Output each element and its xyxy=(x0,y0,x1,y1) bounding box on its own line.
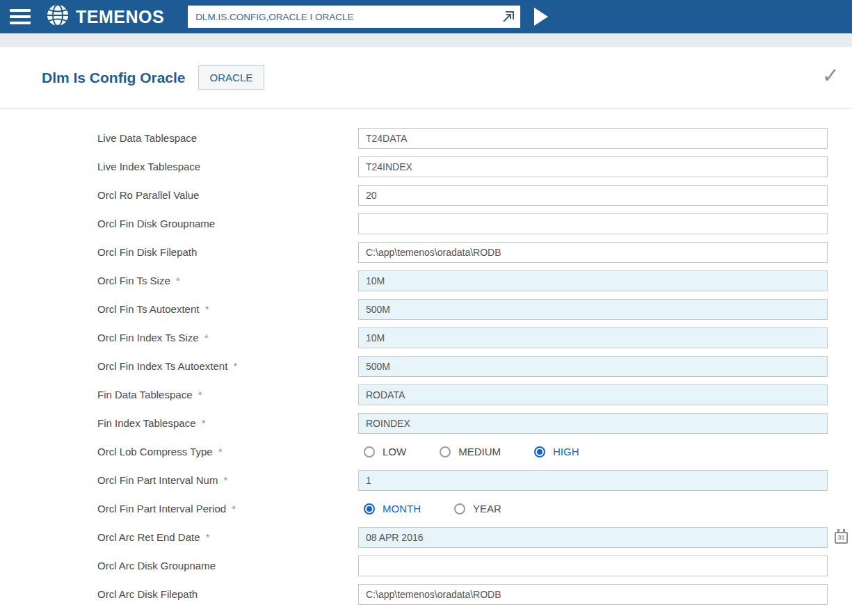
form-row: Orcl Fin Disk Groupname xyxy=(0,209,852,238)
orcl-fin-part-interval-num-input[interactable] xyxy=(358,470,828,491)
form-row: Orcl Fin Ts Size * xyxy=(0,266,852,295)
orcl-fin-index-ts-size-label: Orcl Fin Index Ts Size * xyxy=(97,332,358,343)
required-asterisk: * xyxy=(220,474,227,486)
orcl-fin-part-interval-period-option-month[interactable]: MONTH xyxy=(364,503,421,514)
orcl-fin-disk-groupname-label: Orcl Fin Disk Groupname xyxy=(97,218,358,229)
orcl-fin-part-interval-period-label: Orcl Fin Part Interval Period * xyxy=(97,503,358,514)
form-row: Orcl Fin Disk Filepath xyxy=(0,238,852,266)
required-asterisk: * xyxy=(216,446,223,457)
form-row: Orcl Lob Compress Type *LOWMEDIUMHIGH xyxy=(0,437,852,466)
form-row: Orcl Fin Index Ts Autoextent * xyxy=(0,352,852,380)
fin-data-tablespace-label: Fin Data Tablespace * xyxy=(97,389,358,400)
calendar-day-number: 31 xyxy=(836,533,846,542)
live-index-tablespace-input[interactable] xyxy=(358,156,828,177)
field-control xyxy=(358,128,828,149)
orcl-fin-ts-size-label: Orcl Fin Ts Size * xyxy=(97,275,358,286)
fin-index-tablespace-label: Fin Index Tablespace * xyxy=(97,417,358,429)
field-control xyxy=(358,384,828,405)
validate-check-icon[interactable]: ✓ xyxy=(822,65,839,86)
radio-unselected-icon[interactable] xyxy=(454,503,465,514)
radio-label: YEAR xyxy=(473,503,501,514)
main-content: Dlm Is Config Oracle ORACLE ✓ Live Data … xyxy=(0,47,852,615)
orcl-fin-part-interval-period-option-year[interactable]: YEAR xyxy=(454,503,501,514)
top-bar: TEMENOS xyxy=(0,0,852,33)
form-row: Orcl Fin Index Ts Size * xyxy=(0,323,852,352)
orcl-lob-compress-type-option-high[interactable]: HIGH xyxy=(534,446,579,457)
field-control xyxy=(358,470,828,491)
orcl-lob-compress-type-option-low[interactable]: LOW xyxy=(364,446,406,457)
form-row: Orcl Arc Disk Filepath xyxy=(0,580,852,608)
field-control xyxy=(358,185,828,206)
fin-index-tablespace-input[interactable] xyxy=(358,413,828,434)
radio-unselected-icon[interactable] xyxy=(440,446,451,457)
field-control: 31 xyxy=(358,527,828,548)
radio-unselected-icon[interactable] xyxy=(364,446,375,457)
calendar-icon[interactable]: 31 xyxy=(835,532,848,544)
orcl-fin-disk-filepath-label: Orcl Fin Disk Filepath xyxy=(97,246,358,258)
form-row: Orcl Fin Ts Autoextent * xyxy=(0,295,852,323)
required-asterisk: * xyxy=(203,531,210,543)
menu-icon[interactable] xyxy=(10,9,31,24)
field-control xyxy=(358,242,828,263)
field-control xyxy=(358,327,828,348)
temenos-logo: TEMENOS xyxy=(46,3,164,30)
field-control xyxy=(358,556,828,576)
form-row: Live Index Tablespace xyxy=(0,152,852,181)
run-button[interactable] xyxy=(534,8,548,26)
fin-data-tablespace-input[interactable] xyxy=(358,384,828,405)
form-row: Orcl Ro Parallel Value xyxy=(0,181,852,209)
orcl-lob-compress-type-option-medium[interactable]: MEDIUM xyxy=(440,446,501,457)
required-asterisk: * xyxy=(195,389,202,400)
orcl-fin-disk-filepath-input[interactable] xyxy=(358,242,828,263)
field-control xyxy=(358,356,828,377)
radio-label: MEDIUM xyxy=(458,446,501,457)
orcl-lob-compress-type-label: Orcl Lob Compress Type * xyxy=(97,446,358,457)
orcl-fin-index-ts-autoextent-label: Orcl Fin Index Ts Autoextent * xyxy=(97,360,358,372)
required-asterisk: * xyxy=(229,503,236,514)
orcl-fin-ts-size-input[interactable] xyxy=(358,270,828,291)
brand-text: TEMENOS xyxy=(76,7,164,27)
page-title: Dlm Is Config Oracle xyxy=(42,70,186,86)
orcl-arc-disk-filepath-input[interactable] xyxy=(358,584,828,605)
required-asterisk: * xyxy=(230,360,237,372)
orcl-arc-disk-filepath-label: Orcl Arc Disk Filepath xyxy=(97,588,358,600)
orcl-fin-index-ts-autoextent-input[interactable] xyxy=(358,356,828,377)
radio-label: LOW xyxy=(383,446,406,457)
orcl-arc-ret-end-date-input[interactable] xyxy=(358,527,828,548)
orcl-fin-disk-groupname-input[interactable] xyxy=(358,213,828,234)
orcl-arc-disk-groupname-input[interactable] xyxy=(358,556,828,576)
radio-label: MONTH xyxy=(383,503,421,514)
live-index-tablespace-label: Live Index Tablespace xyxy=(97,161,358,172)
form-row: Orcl Fin Part Interval Period *MONTHYEAR xyxy=(0,494,852,523)
orcl-ro-parallel-value-input[interactable] xyxy=(358,185,828,206)
page-header: Dlm Is Config Oracle ORACLE ✓ xyxy=(0,47,852,108)
radio-selected-icon[interactable] xyxy=(534,446,545,457)
field-control xyxy=(358,156,828,177)
live-data-tablespace-label: Live Data Tablespace xyxy=(97,132,358,144)
form-row: Live Data Tablespace xyxy=(0,124,852,152)
command-bar xyxy=(188,6,520,28)
field-control: MONTHYEAR xyxy=(358,503,828,514)
field-control xyxy=(358,584,828,605)
radio-selected-icon[interactable] xyxy=(364,503,375,514)
form-row: Fin Data Tablespace * xyxy=(0,380,852,409)
header-band xyxy=(0,33,852,47)
command-input[interactable] xyxy=(188,6,520,28)
radio-label: HIGH xyxy=(553,446,579,457)
field-control xyxy=(358,413,828,434)
form-row: Orcl Fin Part Interval Num * xyxy=(0,466,852,494)
orcl-arc-disk-groupname-label: Orcl Arc Disk Groupname xyxy=(97,560,358,572)
orcl-fin-ts-autoextent-label: Orcl Fin Ts Autoextent * xyxy=(97,303,358,315)
field-control: LOWMEDIUMHIGH xyxy=(358,446,828,457)
orcl-fin-index-ts-size-input[interactable] xyxy=(358,327,828,348)
required-asterisk: * xyxy=(198,417,205,429)
field-control xyxy=(358,213,828,234)
context-badge[interactable]: ORACLE xyxy=(198,65,265,90)
globe-icon xyxy=(46,3,70,30)
field-control xyxy=(358,299,828,320)
orcl-fin-ts-autoextent-input[interactable] xyxy=(358,299,828,320)
form-row: Orcl Arc Ret End Date *31 xyxy=(0,523,852,551)
form-row: Orcl Arc Disk Groupname xyxy=(0,551,852,580)
launch-icon[interactable] xyxy=(501,10,515,24)
live-data-tablespace-input[interactable] xyxy=(358,128,828,149)
